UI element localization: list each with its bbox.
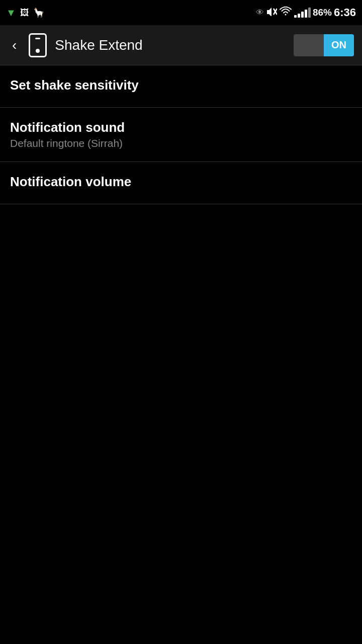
battery-percentage: 86% <box>313 7 332 18</box>
toggle-label: ON <box>331 39 346 51</box>
toggle-on-half: ON <box>324 34 354 56</box>
toggle-off-half <box>294 34 324 56</box>
settings-item-shake-sensitivity[interactable]: Set shake sensitivity <box>0 65 362 108</box>
status-bar-right-icons: 👁 86% 6:36 <box>256 6 356 19</box>
wifi-icon <box>279 7 292 19</box>
llama-icon: 🦙 <box>33 7 44 18</box>
notification-sound-subtitle: Default ringtone (Sirrah) <box>10 137 352 149</box>
back-button[interactable]: ‹ <box>8 33 21 57</box>
settings-item-notification-volume[interactable]: Notification volume <box>0 162 362 204</box>
shake-sensitivity-title: Set shake sensitivity <box>10 77 352 93</box>
notification-volume-title: Notification volume <box>10 174 352 190</box>
app-icon <box>29 33 47 57</box>
settings-item-notification-sound[interactable]: Notification sound Default ringtone (Sir… <box>0 108 362 162</box>
time-display: 6:36 <box>334 6 356 19</box>
notification-sound-title: Notification sound <box>10 120 352 135</box>
settings-list: Set shake sensitivity Notification sound… <box>0 65 362 204</box>
mute-icon <box>266 7 277 18</box>
signal-strength-icon <box>294 8 311 18</box>
app-title: Shake Extend <box>55 37 286 53</box>
eye-icon: 👁 <box>256 8 264 17</box>
app-bar: ‹ Shake Extend ON <box>0 25 362 65</box>
image-icon: 🖼 <box>20 8 29 18</box>
main-toggle[interactable]: ON <box>294 34 354 56</box>
status-bar-left-icons: ▼ 🖼 🦙 <box>6 7 44 19</box>
notification-arrow-icon: ▼ <box>6 7 16 19</box>
status-bar: ▼ 🖼 🦙 👁 8 <box>0 0 362 25</box>
